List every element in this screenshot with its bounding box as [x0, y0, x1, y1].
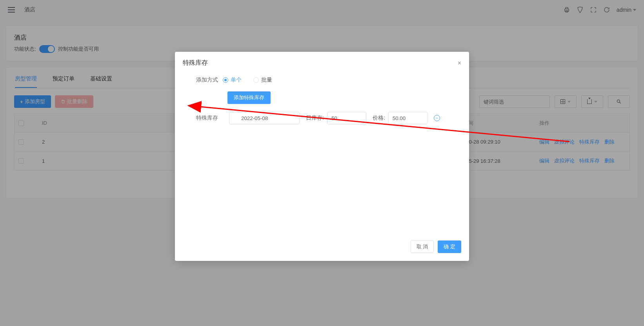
day-stock-input[interactable] [327, 112, 366, 124]
close-icon[interactable]: × [458, 60, 461, 67]
radio-single-label: 单个 [231, 76, 242, 84]
stock-date-input[interactable] [229, 112, 300, 124]
special-stock-modal: 特殊库存 × 添加方式 单个 批量 添加特殊库存 特殊库存 [175, 52, 469, 261]
add-special-row: 添加特殊库存 [191, 91, 453, 104]
date-field [229, 112, 300, 124]
cancel-button[interactable]: 取 消 [411, 240, 434, 253]
radio-batch[interactable]: 批量 [253, 76, 272, 84]
confirm-button[interactable]: 确 定 [438, 240, 461, 253]
price-field: 价格: [373, 112, 428, 124]
modal-footer: 取 消 确 定 [175, 236, 469, 261]
radio-dot-icon [253, 77, 259, 83]
radio-batch-label: 批量 [261, 76, 272, 84]
modal-title: 特殊库存 [183, 59, 208, 67]
radio-single[interactable]: 单个 [223, 76, 242, 84]
price-input[interactable] [388, 112, 428, 124]
price-label: 价格: [373, 115, 385, 122]
special-stock-label: 特殊库存 [191, 115, 218, 122]
remove-entry-icon[interactable]: − [434, 115, 440, 121]
add-special-stock-button[interactable]: 添加特殊库存 [227, 91, 271, 104]
day-stock-field: 日库存: [306, 112, 366, 124]
add-mode-row: 添加方式 单个 批量 [191, 76, 453, 84]
modal-body: 添加方式 单个 批量 添加特殊库存 特殊库存 日库存: [175, 67, 469, 236]
modal-header: 特殊库存 × [175, 52, 469, 67]
day-stock-label: 日库存: [306, 115, 324, 122]
radio-dot-icon [223, 77, 228, 83]
stock-entry-row: 特殊库存 日库存: 价格: − [191, 112, 453, 124]
add-mode-label: 添加方式 [191, 76, 218, 84]
